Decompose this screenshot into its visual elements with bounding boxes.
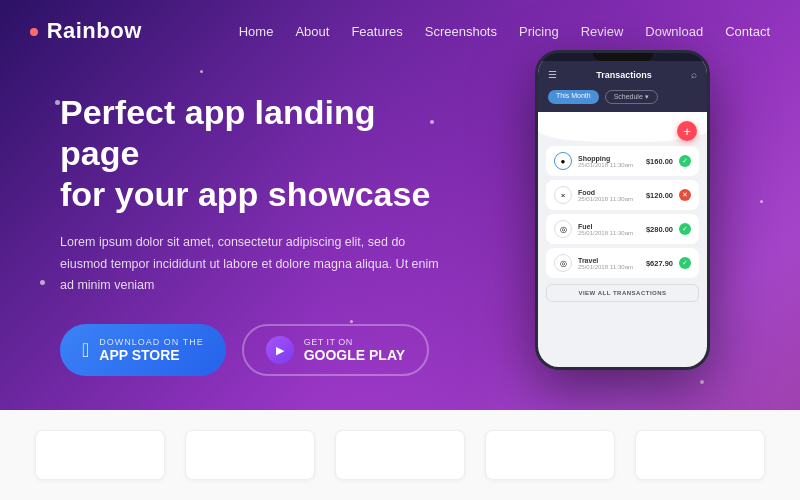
footer-card: [185, 430, 315, 480]
transaction-item: ● Shopping 25/01/2018 11:30am $160.00 ✓: [546, 146, 699, 176]
footer-card: [335, 430, 465, 480]
phone-notch: [593, 53, 653, 61]
deco-dot: [760, 200, 763, 203]
pill-month[interactable]: This Month: [548, 90, 599, 104]
t-details-travel: Travel 25/01/2018 11:30am: [578, 257, 640, 270]
t-amount-fuel: $280.00: [646, 225, 673, 234]
footer-card: [635, 430, 765, 480]
t-details-food: Food 25/01/2018 11:30am: [578, 189, 640, 202]
view-all-transactions[interactable]: VIEW ALL TRANSACTIONS: [546, 284, 699, 302]
logo-dot: [30, 28, 38, 36]
footer-card: [35, 430, 165, 480]
hero-title: Perfect app landing page for your app sh…: [60, 92, 440, 214]
play-icon: ▶: [266, 336, 294, 364]
nav-item-home[interactable]: Home: [239, 22, 274, 40]
phone-mockup: ☰ Transactions ⌕ This Month Schedule ▾ +…: [535, 50, 710, 370]
t-amount-travel: $627.90: [646, 259, 673, 268]
nav-item-download[interactable]: Download: [645, 22, 703, 40]
t-icon-fuel: ◎: [554, 220, 572, 238]
appstore-label-small: DOWNLOAD ON THE: [99, 337, 203, 347]
t-name-shopping: Shopping: [578, 155, 640, 162]
appstore-label-big: APP STORE: [99, 347, 203, 363]
hero-content: Perfect app landing page for your app sh…: [0, 62, 480, 376]
t-icon-food: ×: [554, 186, 572, 204]
googleplay-label-small: GET IT ON: [304, 337, 405, 347]
t-icon-travel: ◎: [554, 254, 572, 272]
transaction-item: ◎ Travel 25/01/2018 11:30am $627.90 ✓: [546, 248, 699, 278]
transaction-item: × Food 25/01/2018 11:30am $120.00 ✕: [546, 180, 699, 210]
t-status-fuel: ✓: [679, 223, 691, 235]
t-amount-food: $120.00: [646, 191, 673, 200]
t-status-shopping: ✓: [679, 155, 691, 167]
googleplay-button[interactable]: ▶ GET IT ON GOOGLE PLAY: [242, 324, 429, 376]
footer-area: [0, 410, 800, 500]
t-date-shopping: 25/01/2018 11:30am: [578, 162, 640, 168]
appstore-button[interactable]:  DOWNLOAD ON THE APP STORE: [60, 324, 226, 376]
phone-screen: ☰ Transactions ⌕ This Month Schedule ▾ +…: [538, 61, 707, 370]
apple-icon: : [82, 340, 89, 360]
fab-button[interactable]: +: [677, 121, 697, 141]
nav-item-features[interactable]: Features: [351, 22, 402, 40]
nav-item-about[interactable]: About: [295, 22, 329, 40]
t-date-travel: 25/01/2018 11:30am: [578, 264, 640, 270]
t-name-food: Food: [578, 189, 640, 196]
pill-schedule[interactable]: Schedule ▾: [605, 90, 658, 104]
nav-item-screenshots[interactable]: Screenshots: [425, 22, 497, 40]
phone-pills: This Month Schedule ▾: [538, 86, 707, 112]
transaction-item: ◎ Fuel 25/01/2018 11:30am $280.00 ✓: [546, 214, 699, 244]
t-date-fuel: 25/01/2018 11:30am: [578, 230, 640, 236]
nav-links: Home About Features Screenshots Pricing …: [239, 22, 770, 40]
brand-logo: Rainbow: [30, 18, 142, 44]
t-name-travel: Travel: [578, 257, 640, 264]
menu-icon: ☰: [548, 69, 557, 80]
deco-dot: [700, 380, 704, 384]
hero-section: Rainbow Home About Features Screenshots …: [0, 0, 800, 410]
nav-item-pricing[interactable]: Pricing: [519, 22, 559, 40]
search-icon: ⌕: [691, 69, 697, 80]
nav-item-contact[interactable]: Contact: [725, 22, 770, 40]
t-details-fuel: Fuel 25/01/2018 11:30am: [578, 223, 640, 236]
phone-title: Transactions: [557, 70, 691, 80]
phone-header: ☰ Transactions ⌕: [538, 61, 707, 86]
brand-name: Rainbow: [47, 18, 142, 43]
t-name-fuel: Fuel: [578, 223, 640, 230]
hero-title-line2: for your app showcase: [60, 175, 430, 213]
t-details-shopping: Shopping 25/01/2018 11:30am: [578, 155, 640, 168]
appstore-text: DOWNLOAD ON THE APP STORE: [99, 337, 203, 363]
t-date-food: 25/01/2018 11:30am: [578, 196, 640, 202]
cta-buttons:  DOWNLOAD ON THE APP STORE ▶ GET IT ON …: [60, 324, 440, 376]
t-status-food: ✕: [679, 189, 691, 201]
t-status-travel: ✓: [679, 257, 691, 269]
hero-description: Lorem ipsum dolor sit amet, consectetur …: [60, 232, 440, 296]
footer-card: [485, 430, 615, 480]
t-icon-shopping: ●: [554, 152, 572, 170]
hero-title-line1: Perfect app landing page: [60, 93, 376, 172]
googleplay-label-big: GOOGLE PLAY: [304, 347, 405, 363]
nav-item-review[interactable]: Review: [581, 22, 624, 40]
googleplay-text: GET IT ON GOOGLE PLAY: [304, 337, 405, 363]
phone-frame: ☰ Transactions ⌕ This Month Schedule ▾ +…: [535, 50, 710, 370]
t-amount-shopping: $160.00: [646, 157, 673, 166]
